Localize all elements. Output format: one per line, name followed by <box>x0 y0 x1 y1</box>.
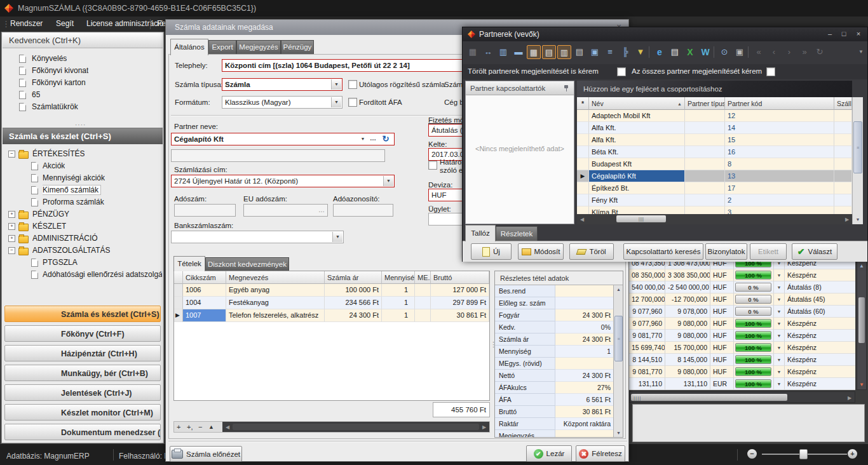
export-html-icon[interactable]: e <box>653 45 667 59</box>
scroll-up-icon[interactable]: ▲ <box>857 263 866 269</box>
cell-szamla-ar[interactable]: 234 566 Ft <box>325 297 382 309</box>
module-button-3[interactable]: Házipénztár (Ctrl+H) <box>4 345 161 361</box>
cell-nev[interactable]: Alfa Kft. <box>589 134 685 146</box>
hscroll-right-icon[interactable]: ▶ <box>479 424 489 430</box>
copy-settings-icon[interactable]: ▣ <box>588 45 602 59</box>
cell-szallit[interactable] <box>834 110 852 122</box>
chevron-down-icon[interactable]: ▼ <box>383 176 393 186</box>
scroll-thumb[interactable]: ≡ <box>853 121 862 173</box>
hscroll-thumb[interactable]: |||| <box>616 215 666 222</box>
detail-value[interactable]: 24 300 Ft <box>555 370 613 382</box>
menu-item-2[interactable]: Segít <box>55 19 75 28</box>
cell-cikkszam[interactable]: 1007 <box>183 309 226 322</box>
cell-me[interactable] <box>415 297 431 309</box>
pin-icon[interactable] <box>564 85 569 91</box>
tab-talloz[interactable]: Tallóz <box>465 225 496 241</box>
cell-dropdown[interactable]: ▼ <box>774 330 785 342</box>
items-col-header[interactable]: Számla ár <box>325 271 382 284</box>
module-button-5[interactable]: Jelentések (Ctrl+J) <box>4 384 161 401</box>
close-invoice-button[interactable]: ✔ Lezár <box>526 445 572 462</box>
cell-partner-tipus[interactable] <box>685 122 725 134</box>
hscroll-left-icon[interactable]: ◀ <box>222 424 233 430</box>
zoom-in-icon[interactable]: + <box>848 449 857 459</box>
cell-dropdown[interactable]: ▼ <box>774 354 785 366</box>
collapse-groups-icon[interactable]: ≡ <box>603 45 617 59</box>
zoom-slider-thumb[interactable] <box>799 449 808 459</box>
favorite-item[interactable]: 65 <box>2 89 161 101</box>
tab-reszletek[interactable]: Részletek <box>496 226 538 241</box>
cell-partner-tipus[interactable] <box>685 170 725 182</box>
items-col-header[interactable]: Bruttó <box>431 271 489 284</box>
scroll-thumb[interactable] <box>858 297 865 343</box>
tab-diszkont[interactable]: Diszkont kedvezmények <box>205 257 289 271</box>
table-row[interactable]: 8 144,5108 145,000HUF100 %▼Készpénz <box>629 354 855 366</box>
minimize-icon[interactable]: – <box>824 29 836 39</box>
tree-item-leaf[interactable]: Mennyiségi akciók <box>2 172 162 184</box>
collapse-icon[interactable]: − <box>8 151 15 158</box>
vertical-lines-icon[interactable]: ▥ <box>557 45 571 59</box>
tree-item-folder[interactable]: +ADMINISZTRÁCIÓ <box>2 232 162 245</box>
table-row[interactable]: 9 081,7709 080,000HUF100 %▼Készpénz <box>629 330 855 342</box>
favorite-item[interactable]: Főkönyvi kivonat <box>2 65 161 77</box>
cell-szallit[interactable] <box>834 122 852 134</box>
filter-icon[interactable]: ▼ <box>634 45 648 59</box>
tree-item-leaf[interactable]: Adóhatósági ellenőrzési adatszolgáltatás <box>2 269 162 281</box>
horizontal-lines-icon[interactable]: ▤ <box>542 45 556 59</box>
export-text-icon[interactable]: ▤ <box>668 45 682 59</box>
menu-item-3[interactable]: License adminisztráció <box>85 19 165 28</box>
table-row[interactable]: Alfa Kft.14 <box>577 122 852 134</box>
tree-item-leaf[interactable]: Kimenő számlák <box>2 184 162 196</box>
module-button-7[interactable]: Dokumentum menedzser (Ctrl+D) <box>4 424 161 440</box>
expand-icon[interactable]: + <box>8 235 15 242</box>
detail-value[interactable]: Központ raktára <box>555 418 613 430</box>
zoom-out-icon[interactable]: − <box>747 449 757 459</box>
table-row[interactable]: 08 350,0003 308 350,000HUF100 %▼Készpénz <box>629 269 855 281</box>
tree-item-leaf[interactable]: Akciók <box>2 160 162 172</box>
hscroll-left-icon[interactable]: ◀ <box>577 217 587 222</box>
cell-szallit[interactable] <box>834 146 852 158</box>
cell-partner-kod[interactable]: 8 <box>725 158 834 170</box>
table-row[interactable]: 9 077,9609 080,000HUF100 %▼Készpénz <box>629 318 855 330</box>
cell-szallit[interactable] <box>834 158 852 170</box>
szamla-tipusa-combo[interactable]: Számla ▼ <box>222 78 342 91</box>
cell-partner-tipus[interactable] <box>685 134 725 146</box>
cell-partner-kod[interactable]: 2 <box>725 194 834 206</box>
adoszam-field[interactable] <box>174 204 236 217</box>
table-row[interactable]: ▶Cégalapító Kft13 <box>577 170 852 182</box>
group-by-box[interactable]: Húzzon ide egy fejlécet a csoportosításh… <box>577 81 852 97</box>
table-row[interactable]: 9 077,9609 078,000HUF0 %▼Átutalás (60) <box>629 306 855 318</box>
detail-value[interactable]: 24 300 Ft <box>555 334 613 346</box>
tab-tetelek[interactable]: Tételek <box>173 256 205 271</box>
scroll-down-icon[interactable]: ▼ <box>857 382 866 388</box>
table-row[interactable]: Alfa Kft.15 <box>577 134 852 146</box>
cell-brutto[interactable]: 127 000 Ft <box>431 284 489 297</box>
detail-value[interactable] <box>555 297 613 309</box>
table-row[interactable]: Budapest Kft8 <box>577 158 852 170</box>
module-button-1[interactable]: Számla és készlet (Ctrl+S) <box>4 306 161 322</box>
items-hscrollbar[interactable]: ◀ ▶ <box>222 422 489 432</box>
ellipsis-icon[interactable]: … <box>369 133 377 144</box>
scroll-thumb[interactable]: ≡ <box>614 316 623 361</box>
insert-row-icon[interactable]: +, <box>187 423 193 431</box>
tab-penzugy[interactable]: Pénzügy <box>281 40 314 55</box>
expand-icon[interactable]: + <box>8 211 15 218</box>
cell-me[interactable] <box>415 309 431 322</box>
module-button-6[interactable]: Készlet monitor (Ctrl+M) <box>4 404 161 421</box>
cell-partner-tipus[interactable] <box>685 110 725 122</box>
set-aside-button[interactable]: ✖ Félretesz <box>576 445 625 462</box>
refresh-icon[interactable]: ↻ <box>380 133 391 145</box>
scroll-down-icon[interactable]: ▼ <box>853 217 863 222</box>
invoices-hscrollbar[interactable]: |||| ▶ <box>629 391 855 403</box>
cell-partner-tipus[interactable] <box>685 158 725 170</box>
close-icon[interactable]: × <box>852 29 865 39</box>
print-preview-icon[interactable]: ⊙ <box>717 45 731 59</box>
edit-row-icon[interactable]: ▲ <box>208 424 214 430</box>
cell-megnevezes[interactable]: Festékanyag <box>226 297 325 309</box>
detail-value[interactable]: 1 <box>555 346 613 358</box>
cell-partner-kod[interactable]: 12 <box>725 110 834 122</box>
partners-button-5[interactable]: Bizonylatok <box>705 243 747 260</box>
partners-titlebar[interactable]: Partnerek (vevők) – □ × <box>463 27 867 41</box>
hscroll-right-icon[interactable]: ▶ <box>842 217 852 222</box>
table-row[interactable]: Adaptech Mobil Kft12 <box>577 110 852 122</box>
partners-button-3[interactable]: Töröl <box>569 243 614 260</box>
